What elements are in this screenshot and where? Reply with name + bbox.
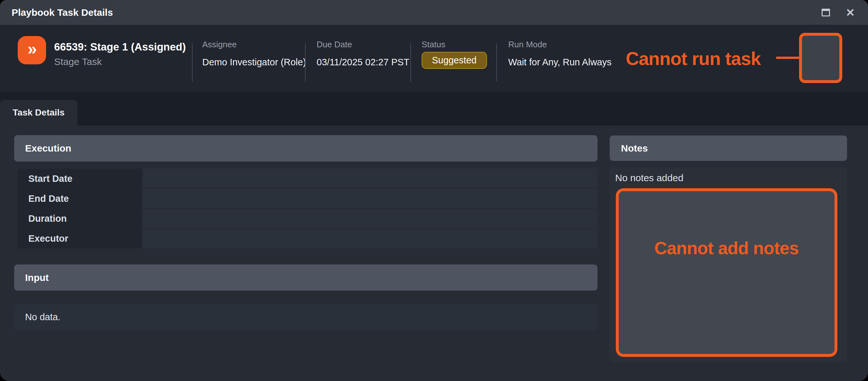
input-empty-panel: No data. — [14, 304, 597, 330]
divider — [410, 43, 411, 81]
run-mode-value: Wait for Any, Run Always — [508, 57, 612, 68]
tab-task-details[interactable]: Task Details — [0, 100, 77, 126]
status-label: Status — [422, 40, 445, 49]
add-notes-highlight-box: Cannot add notes — [616, 188, 837, 357]
notes-empty-text: No notes added — [615, 172, 683, 183]
execution-value-column — [143, 169, 597, 248]
title-bar: Playbook Task Details ✕ — [0, 0, 868, 25]
divider — [496, 43, 497, 81]
duration-label: Duration — [18, 209, 142, 229]
run-mode-label: Run Mode — [508, 40, 547, 49]
task-header: » 66539: Stage 1 (Assigned) Stage Task A… — [0, 25, 868, 92]
executor-label: Executor — [18, 229, 142, 248]
input-empty-text: No data. — [25, 312, 61, 322]
notes-section-title: Notes — [621, 143, 648, 154]
assignee-label: Assignee — [202, 40, 237, 49]
playbook-task-details-dialog: Playbook Task Details ✕ » 66539: Stage 1… — [0, 0, 868, 381]
input-section-title: Input — [25, 272, 49, 283]
executor-value — [143, 229, 597, 248]
divider — [305, 43, 306, 81]
end-date-value — [143, 189, 597, 208]
status-badge: Suggested — [422, 52, 487, 69]
end-date-label: End Date — [18, 188, 142, 209]
assignee-value: Demo Investigator (Role) — [202, 57, 306, 68]
task-type-icon-tile: » — [18, 36, 46, 64]
window-controls: ✕ — [820, 6, 857, 19]
execution-section-header: Execution — [14, 135, 597, 162]
cannot-run-task-annotation: Cannot run task — [626, 48, 761, 69]
notes-panel: No notes added Cannot add notes — [610, 167, 847, 362]
cannot-add-notes-annotation: Cannot add notes — [654, 238, 799, 354]
run-task-highlight-box — [799, 33, 842, 83]
task-subtitle: Stage Task — [54, 56, 102, 67]
start-date-value — [143, 169, 597, 188]
start-date-label: Start Date — [18, 169, 142, 188]
maximize-button[interactable] — [820, 6, 832, 19]
due-date-label: Due Date — [317, 40, 352, 49]
execution-table: Start Date End Date Duration Executor — [18, 169, 597, 248]
execution-section-title: Execution — [25, 143, 71, 154]
input-section-header: Input — [14, 265, 597, 290]
notes-section-header: Notes — [610, 136, 847, 161]
close-icon: ✕ — [846, 7, 855, 18]
double-chevron-icon: » — [28, 40, 36, 57]
task-title: 66539: Stage 1 (Assigned) — [54, 41, 186, 53]
tab-strip: Task Details — [0, 92, 868, 126]
content-area: Execution Start Date End Date Duration E… — [0, 126, 868, 381]
divider — [192, 43, 193, 81]
annotation-connector-line — [776, 57, 800, 59]
execution-label-column: Start Date End Date Duration Executor — [18, 169, 142, 248]
due-date-value: 03/11/2025 02:27 PST — [317, 57, 409, 68]
close-button[interactable]: ✕ — [844, 6, 857, 19]
maximize-icon — [822, 9, 830, 16]
dialog-title: Playbook Task Details — [11, 7, 113, 18]
duration-value — [143, 209, 597, 229]
